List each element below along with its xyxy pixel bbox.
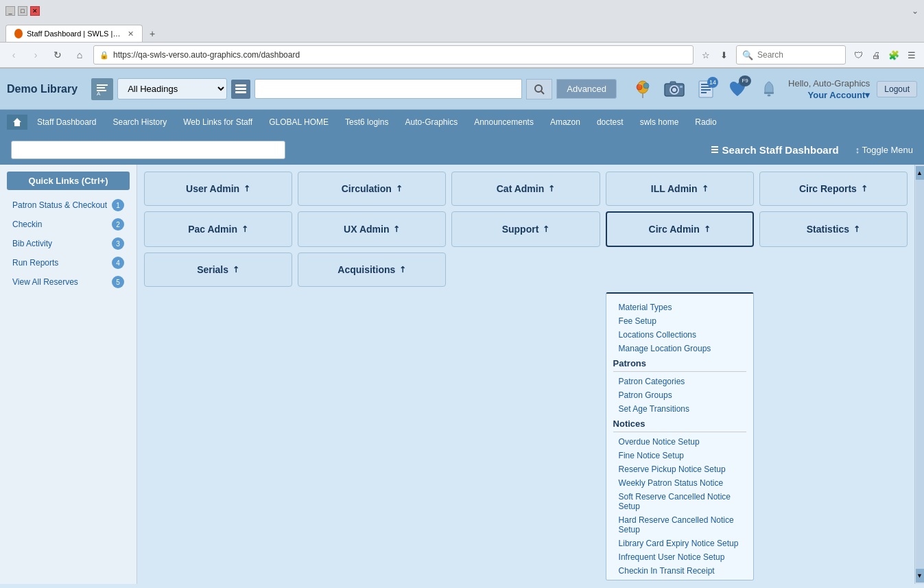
url-text: https://qa-swls-verso.auto-graphics.com/…: [113, 50, 687, 60]
notices-section-title: Notices: [613, 416, 746, 432]
balloon-icon-btn[interactable]: [630, 77, 655, 102]
dropdown-fee-setup[interactable]: Fee Setup: [613, 314, 746, 328]
sidebar-checkin[interactable]: Checkin 2: [7, 215, 130, 234]
serials-btn[interactable]: Serials ↗: [144, 252, 292, 287]
bell-icon-btn[interactable]: [757, 77, 781, 102]
dropdown-soft-reserve-cancelled-notice[interactable]: Soft Reserve Cancelled Notice Setup: [613, 490, 746, 513]
window-controls[interactable]: _ □ ✕: [5, 6, 40, 16]
dropdown-overdue-notice-setup[interactable]: Overdue Notice Setup: [613, 435, 746, 449]
advanced-btn[interactable]: Advanced: [556, 79, 617, 99]
circ-admin-btn[interactable]: Circ Admin ↗: [606, 211, 754, 247]
user-admin-arrow: ↗: [241, 183, 253, 195]
dropdown-material-types[interactable]: Material Types: [613, 301, 746, 314]
dropdown-patron-groups[interactable]: Patron Groups: [613, 388, 746, 402]
dropdown-checkin-in-transit-receipt[interactable]: Checkin In Transit Receipt: [613, 564, 746, 578]
camera-icon-btn[interactable]: [662, 77, 687, 102]
shield-icon[interactable]: 🛡: [851, 48, 865, 62]
svg-line-8: [541, 91, 544, 94]
minimize-btn[interactable]: _: [5, 6, 15, 16]
nav-home-btn[interactable]: [7, 115, 27, 130]
stack-icon[interactable]: [231, 80, 250, 99]
url-bar[interactable]: 🔒 https://qa-swls-verso.auto-graphics.co…: [93, 45, 694, 64]
close-btn[interactable]: ✕: [30, 6, 40, 16]
toggle-menu-label[interactable]: ↕ Toggle Menu: [855, 145, 913, 155]
nav-search-history[interactable]: Search History: [106, 115, 174, 130]
forward-btn[interactable]: ›: [27, 47, 44, 63]
sidebar-view-all-reserves[interactable]: View All Reserves 5: [7, 272, 130, 292]
bell-icon: [761, 80, 777, 98]
search-input[interactable]: [254, 79, 522, 99]
svg-point-13: [643, 83, 649, 89]
statistics-btn[interactable]: Statistics ↗: [759, 211, 908, 247]
menu-icon[interactable]: ☰: [905, 48, 919, 62]
toggle-menu-btn[interactable]: Search Staff Dashboard ↕ Toggle Menu: [710, 144, 913, 156]
nav-global-home[interactable]: GLOBAL HOME: [262, 115, 335, 130]
dropdown-reserve-pickup-notice-setup[interactable]: Reserve Pickup Notice Setup: [613, 462, 746, 476]
nav-doctest[interactable]: doctest: [590, 115, 630, 130]
dropdown-set-age-transitions[interactable]: Set Age Transitions: [613, 402, 746, 416]
your-account-link[interactable]: Your Account▾: [808, 90, 870, 100]
cat-admin-btn[interactable]: Cat Admin ↗: [451, 172, 600, 206]
home-icon: [12, 117, 22, 127]
back-btn[interactable]: ‹: [5, 47, 22, 63]
scrollbar-up[interactable]: ▲: [916, 166, 924, 180]
svg-rect-1: [97, 87, 105, 89]
ill-admin-btn[interactable]: ILL Admin ↗: [606, 172, 754, 206]
nav-test6-logins[interactable]: Test6 logins: [338, 115, 395, 130]
circ-admin-dropdown: Material Types Fee Setup Locations Colle…: [606, 292, 754, 580]
dropdown-fine-notice-setup[interactable]: Fine Notice Setup: [613, 449, 746, 462]
logout-btn[interactable]: Logout: [877, 81, 917, 97]
extensions-icon[interactable]: 🧩: [887, 48, 901, 62]
bookmark-star-icon[interactable]: ☆: [699, 48, 713, 62]
maximize-btn[interactable]: □: [18, 6, 27, 16]
nav-announcements[interactable]: Announcements: [467, 115, 541, 130]
search-btn[interactable]: [526, 79, 552, 99]
circulation-btn[interactable]: Circulation ↗: [298, 172, 446, 206]
ux-admin-btn[interactable]: UX Admin ↗: [298, 211, 446, 247]
dropdown-infrequent-user-notice[interactable]: Infrequent User Notice Setup: [613, 550, 746, 564]
dropdown-locations-collections[interactable]: Locations Collections: [613, 328, 746, 342]
sidebar-bib-activity[interactable]: Bib Activity 3: [7, 234, 130, 253]
dashboard-search-input[interactable]: [11, 141, 285, 159]
nav-amazon[interactable]: Amazon: [543, 115, 587, 130]
nav-staff-dashboard[interactable]: Staff Dashboard: [30, 115, 104, 130]
extra-browser-icons: 🛡 🖨 🧩 ☰: [851, 48, 919, 62]
dropdown-patron-categories[interactable]: Patron Categories: [613, 375, 746, 388]
browser-search-input[interactable]: [757, 50, 840, 60]
sidebar-badge-3: 3: [112, 237, 124, 250]
tab-close-btn[interactable]: ✕: [128, 30, 134, 38]
url-secure-icon: 🔒: [99, 51, 109, 60]
print-icon[interactable]: 🖨: [869, 48, 883, 62]
home-btn[interactable]: ⌂: [71, 47, 88, 63]
top-right-icons: 14 F9 Hello, Auto-Graphics Your Account▾…: [630, 77, 917, 102]
svg-rect-18: [680, 86, 683, 88]
dropdown-weekly-patron-status-notice[interactable]: Weekly Patron Status Notice: [613, 476, 746, 490]
heart-icon-btn[interactable]: F9: [725, 77, 750, 102]
nav-auto-graphics[interactable]: Auto-Graphics: [398, 115, 464, 130]
nav-web-links[interactable]: Web Links for Staff: [176, 115, 259, 130]
nav-swls-home[interactable]: swls home: [633, 115, 686, 130]
pac-admin-btn[interactable]: Pac Admin ↗: [144, 211, 292, 247]
sidebar: Quick Links (Ctrl+) Patron Status & Chec…: [0, 165, 137, 584]
dropdown-manage-location-groups[interactable]: Manage Location Groups: [613, 342, 746, 355]
sidebar-patron-status[interactable]: Patron Status & Checkout 1: [7, 196, 130, 215]
download-icon[interactable]: ⬇: [717, 48, 731, 62]
dropdown-hard-reserve-cancelled-notice[interactable]: Hard Reserve Cancelled Notice Setup: [613, 513, 746, 537]
nav-radio[interactable]: Radio: [688, 115, 723, 130]
dropdown-library-card-expiry-notice[interactable]: Library Card Expiry Notice Setup: [613, 537, 746, 550]
acquisitions-btn[interactable]: Acquisitions ↗: [298, 252, 446, 287]
sidebar-run-reports[interactable]: Run Reports 4: [7, 253, 130, 272]
new-tab-btn[interactable]: +: [144, 25, 161, 42]
scrollbar-down[interactable]: ▼: [916, 569, 924, 583]
reload-btn[interactable]: ↻: [49, 47, 66, 63]
tab-favicon: [14, 29, 23, 38]
active-tab[interactable]: Staff Dashboard | SWLS | SWLS ✕: [5, 25, 143, 42]
heading-select[interactable]: All Headings Title Author Subject Series: [117, 78, 227, 99]
window-maximize-icon[interactable]: ⌄: [912, 6, 919, 16]
support-btn[interactable]: Support ↗: [451, 211, 600, 247]
browser-search-bar[interactable]: 🔍: [736, 45, 846, 64]
circ-reports-btn[interactable]: Circ Reports ↗: [759, 172, 908, 206]
report-icon-btn[interactable]: 14: [694, 77, 718, 102]
user-admin-btn[interactable]: User Admin ↗: [144, 172, 292, 206]
scrollbar[interactable]: ▲ ▼: [914, 165, 924, 584]
